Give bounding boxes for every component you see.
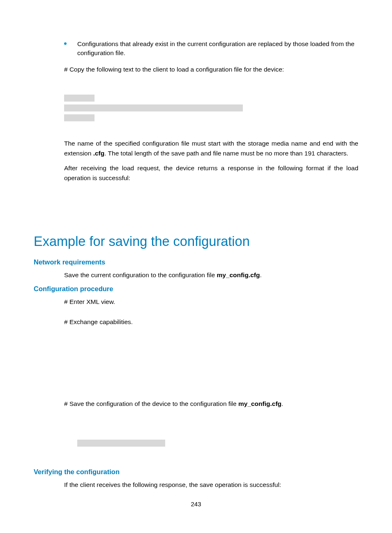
- after-load-paragraph: After receiving the load request, the de…: [64, 163, 358, 183]
- sub-heading-procedure: Configuration procedure: [34, 285, 358, 293]
- page-number: 243: [0, 501, 392, 508]
- verify-text: If the client receives the following res…: [64, 480, 358, 489]
- text-span: .: [281, 400, 283, 407]
- cfg-name-paragraph: The name of the specified configuration …: [64, 139, 358, 158]
- step-enter-xml: # Enter XML view.: [64, 297, 358, 306]
- text-span: # Save the configuration of the device t…: [64, 400, 238, 407]
- bullet-dot-icon: [64, 42, 67, 45]
- bullet-text: Configurations that already exist in the…: [77, 39, 358, 58]
- config-filename: my_config.cfg: [238, 400, 281, 407]
- text-span: .: [260, 271, 261, 278]
- step-exchange: # Exchange capabilities.: [64, 317, 358, 327]
- config-filename: my_config.cfg: [217, 271, 260, 278]
- copy-instruction: # Copy the following text to the client …: [64, 65, 358, 74]
- section-heading-example: Example for saving the configuration: [34, 234, 358, 249]
- network-req-text: Save the current configuration to the co…: [64, 270, 358, 280]
- page-content: Configurations that already exist in the…: [0, 0, 392, 490]
- step-save-config: # Save the configuration of the device t…: [64, 399, 358, 408]
- redacted-block: [64, 104, 243, 111]
- redacted-block: [64, 95, 95, 102]
- text-span: Save the current configuration to the co…: [64, 271, 217, 278]
- redacted-block: [64, 114, 95, 121]
- redacted-block: [77, 440, 165, 447]
- sub-heading-verify: Verifying the configuration: [34, 468, 358, 476]
- sub-heading-network: Network requirements: [34, 258, 358, 266]
- cfg-extension: .cfg: [93, 150, 105, 157]
- bullet-item: Configurations that already exist in the…: [64, 39, 358, 58]
- text-span: . The total length of the save path and …: [104, 150, 348, 157]
